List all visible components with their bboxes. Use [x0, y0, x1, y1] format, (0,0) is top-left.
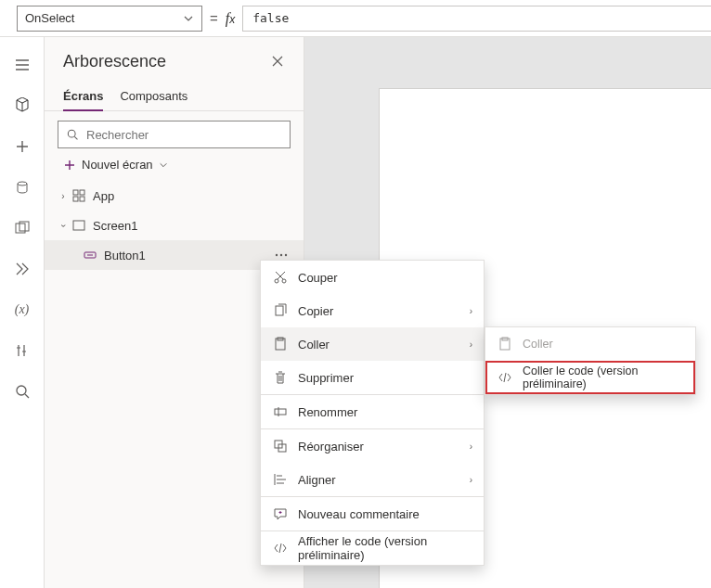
menu-label: Coller: [298, 338, 460, 352]
formula-input[interactable]: [242, 6, 711, 32]
menu-new-comment[interactable]: Nouveau commentaire: [261, 497, 484, 530]
svg-point-12: [280, 254, 282, 256]
search-input[interactable]: [86, 128, 282, 142]
paste-icon: [272, 337, 289, 352]
menu-label: Supprimer: [298, 371, 472, 385]
menu-copy[interactable]: Copier ›: [261, 294, 484, 327]
fx-icon[interactable]: fx: [226, 10, 235, 27]
variables-button[interactable]: (x): [0, 289, 45, 330]
menu-label: Aligner: [298, 473, 460, 487]
menu-label: Copier: [298, 304, 460, 318]
reorder-icon: [272, 439, 289, 454]
tree-item-screen1[interactable]: › Screen1: [45, 211, 304, 240]
new-screen-button[interactable]: Nouvel écran: [45, 154, 304, 181]
screen-icon: [71, 219, 87, 232]
search-box[interactable]: [58, 121, 291, 148]
search-icon: [66, 128, 79, 141]
svg-rect-6: [80, 190, 84, 195]
svg-rect-7: [73, 197, 78, 201]
svg-point-13: [285, 254, 287, 256]
svg-point-15: [282, 279, 286, 283]
tab-screens[interactable]: Écrans: [63, 83, 103, 110]
chevron-down-icon: ›: [58, 218, 69, 233]
svg-rect-8: [80, 197, 84, 201]
hamburger-button[interactable]: [0, 45, 45, 85]
button-icon: [82, 249, 98, 262]
formula-bar: OnSelect = fx: [0, 0, 711, 37]
tree-label: Screen1: [93, 219, 294, 233]
tree-item-app[interactable]: › App: [45, 181, 304, 211]
submenu-paste: Coller: [485, 327, 695, 361]
tabs: Écrans Composants: [45, 76, 304, 111]
menu-label: Nouveau commentaire: [298, 507, 472, 521]
property-selector[interactable]: OnSelect: [17, 6, 202, 32]
tree-label: App: [93, 189, 294, 203]
chevron-down-icon: [183, 13, 194, 24]
chevron-down-icon: [159, 160, 168, 170]
plus-icon: [63, 159, 76, 172]
media-button[interactable]: [0, 208, 45, 249]
chevron-right-icon: ›: [56, 191, 71, 201]
menu-align[interactable]: Aligner ›: [261, 463, 484, 496]
chevron-right-icon: ›: [470, 339, 472, 350]
comment-icon: [272, 506, 289, 521]
svg-point-4: [68, 130, 75, 137]
copy-icon: [272, 303, 289, 318]
close-panel-button[interactable]: [266, 50, 289, 72]
new-screen-label: Nouvel écran: [82, 158, 153, 172]
svg-rect-9: [73, 221, 84, 230]
context-menu: Couper Copier › Coller › Supprimer Renom…: [260, 260, 485, 566]
tree-list: › App › Screen1 Button1: [45, 181, 304, 270]
menu-label: Couper: [298, 271, 472, 285]
equals-sign: =: [210, 10, 218, 26]
panel-title: Arborescence: [63, 52, 166, 71]
property-name: OnSelect: [25, 11, 74, 25]
power-automate-button[interactable]: [0, 249, 45, 289]
menu-view-code[interactable]: Afficher le code (version préliminaire): [261, 531, 484, 565]
svg-rect-16: [276, 306, 283, 315]
data-button[interactable]: [0, 167, 45, 208]
submenu-label: Coller: [523, 338, 684, 351]
svg-point-0: [18, 182, 27, 185]
menu-label: Réorganiser: [298, 440, 460, 454]
chevron-right-icon: ›: [470, 306, 472, 316]
submenu-paste-code[interactable]: Coller le code (version préliminaire): [485, 361, 695, 394]
delete-icon: [272, 370, 289, 385]
menu-cut[interactable]: Couper: [261, 261, 484, 294]
menu-delete[interactable]: Supprimer: [261, 361, 484, 394]
tools-button[interactable]: [0, 330, 45, 371]
svg-rect-5: [73, 190, 78, 195]
rename-icon: [272, 404, 289, 419]
code-icon: [272, 541, 289, 556]
menu-label: Afficher le code (version préliminaire): [298, 534, 472, 562]
tree-label: Button1: [104, 249, 268, 262]
menu-reorder[interactable]: Réorganiser ›: [261, 429, 484, 463]
tree-view-button[interactable]: [0, 85, 45, 126]
paste-submenu: Coller Coller le code (version prélimina…: [485, 326, 696, 395]
svg-point-3: [17, 386, 26, 395]
chevron-right-icon: ›: [470, 441, 472, 452]
menu-label: Renommer: [298, 405, 472, 419]
search-button[interactable]: [0, 371, 45, 412]
align-icon: [272, 472, 289, 487]
svg-point-11: [276, 254, 278, 256]
paste-icon: [497, 337, 513, 352]
code-icon: [497, 370, 513, 385]
left-rail: (x): [0, 37, 45, 588]
svg-rect-19: [275, 409, 286, 415]
add-button[interactable]: [0, 126, 45, 167]
menu-paste[interactable]: Coller ›: [261, 327, 484, 361]
tab-components[interactable]: Composants: [120, 83, 187, 110]
cut-icon: [272, 270, 289, 285]
menu-rename[interactable]: Renommer: [261, 395, 484, 428]
chevron-right-icon: ›: [470, 475, 472, 485]
submenu-label: Coller le code (version préliminaire): [523, 364, 684, 390]
app-icon: [71, 189, 87, 202]
svg-point-14: [275, 279, 278, 283]
